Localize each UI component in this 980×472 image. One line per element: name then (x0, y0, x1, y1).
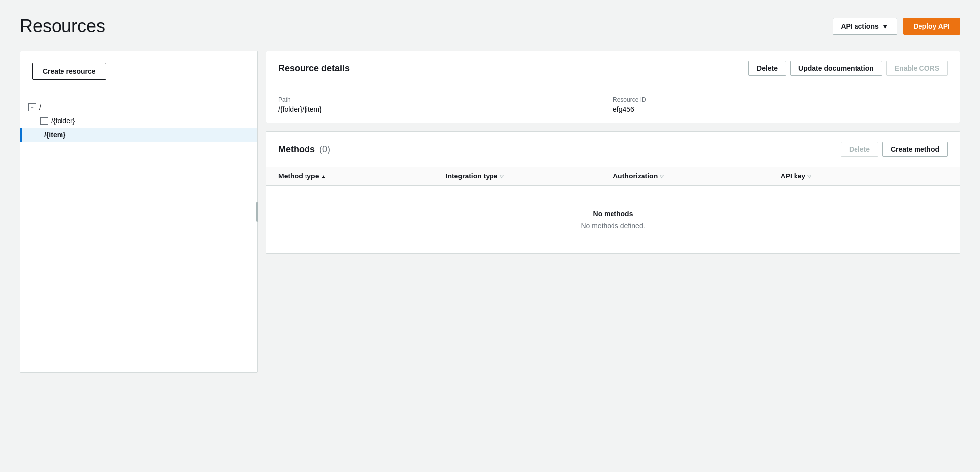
path-label: Path (278, 96, 613, 103)
create-method-button[interactable]: Create method (882, 142, 948, 157)
resize-handle[interactable] (254, 202, 260, 222)
methods-title: Methods (0) (278, 144, 330, 155)
tree-root-label: / (39, 103, 41, 111)
page-header: Resources API actions ▼ Deploy API (20, 16, 960, 37)
header-actions: API actions ▼ Deploy API (833, 18, 961, 35)
delete-resource-button[interactable]: Delete (748, 61, 786, 76)
collapse-icon-folder: − (40, 117, 48, 125)
tree-item-item[interactable]: /{item} (20, 128, 257, 142)
methods-card: Methods (0) Delete Create method (266, 131, 960, 254)
resource-id-field: Resource ID efg456 (613, 96, 948, 113)
col-authorization[interactable]: Authorization ▽ (613, 172, 781, 180)
sort-desc-icon-auth: ▽ (660, 174, 664, 179)
col-integration-type[interactable]: Integration type ▽ (446, 172, 613, 180)
resource-details-title: Resource details (278, 63, 350, 74)
resize-handle-bar (256, 202, 258, 222)
sort-desc-icon-integration: ▽ (500, 174, 504, 179)
page-wrapper: Resources API actions ▼ Deploy API Creat… (0, 0, 980, 389)
update-documentation-button[interactable]: Update documentation (790, 61, 882, 76)
create-resource-section: Create resource (20, 51, 257, 90)
left-panel: Create resource − / − /{folder} /{item} (20, 51, 258, 373)
method-type-label: Method type (278, 172, 319, 180)
api-actions-button[interactable]: API actions ▼ (833, 18, 897, 35)
resource-details-header: Resource details Delete Update documenta… (266, 51, 960, 86)
right-panel: Resource details Delete Update documenta… (266, 51, 960, 254)
authorization-label: Authorization (613, 172, 658, 180)
empty-title: No methods (278, 210, 948, 218)
resource-details-body: Path /{folder}/{item} Resource ID efg456 (266, 86, 960, 123)
resource-details-card: Resource details Delete Update documenta… (266, 51, 960, 123)
tree-item-root[interactable]: − / (28, 100, 257, 114)
resource-id-label: Resource ID (613, 96, 948, 103)
deploy-label: Deploy API (914, 22, 950, 30)
sort-desc-icon-apikey: ▽ (807, 174, 811, 179)
methods-empty-state: No methods No methods defined. (266, 186, 960, 253)
api-actions-label: API actions (841, 22, 879, 30)
methods-actions: Delete Create method (841, 142, 948, 157)
dropdown-arrow-icon: ▼ (882, 22, 889, 30)
tree-folder-label: /{folder} (51, 117, 75, 125)
tree-item-label: /{item} (44, 131, 66, 139)
create-resource-button[interactable]: Create resource (32, 63, 106, 80)
sort-asc-icon: ▲ (321, 174, 326, 179)
api-key-label: API key (781, 172, 806, 180)
path-field: Path /{folder}/{item} (278, 96, 613, 113)
col-api-key[interactable]: API key ▽ (781, 172, 948, 180)
integration-type-label: Integration type (446, 172, 498, 180)
methods-count: (0) (319, 144, 330, 154)
resource-details-actions: Delete Update documentation Enable CORS (748, 61, 948, 76)
main-layout: Create resource − / − /{folder} /{item} (20, 51, 960, 373)
methods-header: Methods (0) Delete Create method (266, 132, 960, 167)
collapse-icon: − (28, 103, 36, 111)
create-resource-label: Create resource (43, 67, 96, 75)
enable-cors-button[interactable]: Enable CORS (886, 61, 948, 76)
tree-item-folder[interactable]: − /{folder} (28, 114, 257, 128)
page-title: Resources (20, 16, 105, 37)
deploy-api-button[interactable]: Deploy API (903, 18, 960, 35)
col-method-type[interactable]: Method type ▲ (278, 172, 446, 180)
delete-method-button[interactable]: Delete (841, 142, 878, 157)
path-value: /{folder}/{item} (278, 105, 613, 113)
resource-id-value: efg456 (613, 105, 948, 113)
resource-tree: − / − /{folder} /{item} (20, 90, 257, 152)
empty-desc: No methods defined. (278, 222, 948, 230)
methods-table-header: Method type ▲ Integration type ▽ Authori… (266, 167, 960, 185)
